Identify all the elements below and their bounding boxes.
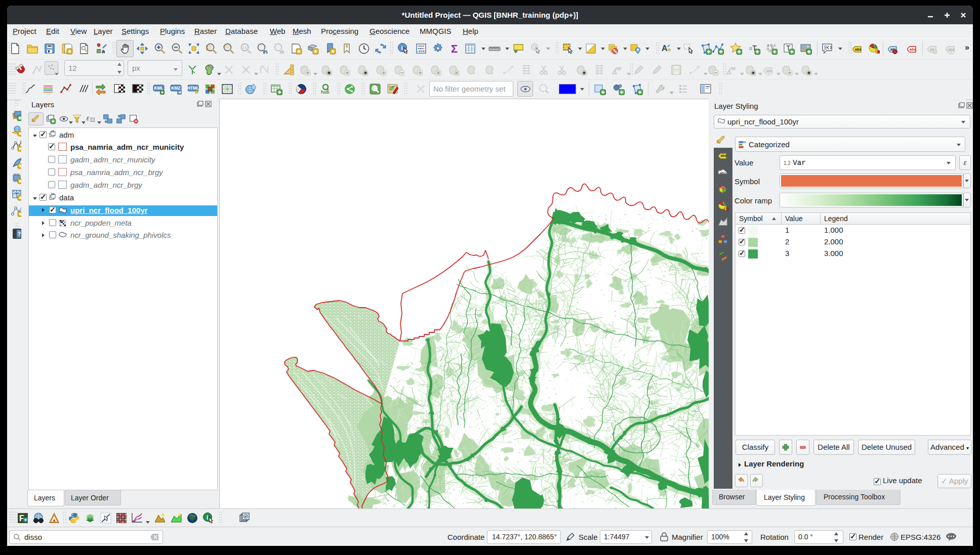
svg-text:?: ? xyxy=(18,231,21,237)
svg-text:a: a xyxy=(102,48,105,54)
svg-text:abc: abc xyxy=(720,171,726,176)
svg-text:KMZ: KMZ xyxy=(171,86,180,91)
svg-text:1:1: 1:1 xyxy=(242,46,247,49)
svg-text:hub: hub xyxy=(321,90,330,95)
svg-text:i: i xyxy=(401,45,403,52)
svg-text:abc: abc xyxy=(910,47,916,52)
svg-text:abc: abc xyxy=(855,47,862,52)
svg-text:abc: abc xyxy=(720,154,726,157)
svg-text:A: A xyxy=(662,44,668,53)
svg-text:ε: ε xyxy=(87,115,90,122)
svg-text:Σ: Σ xyxy=(451,42,458,55)
svg-text:HTML: HTML xyxy=(187,86,199,91)
svg-text:i: i xyxy=(207,514,208,521)
svg-text:KML: KML xyxy=(154,86,163,91)
